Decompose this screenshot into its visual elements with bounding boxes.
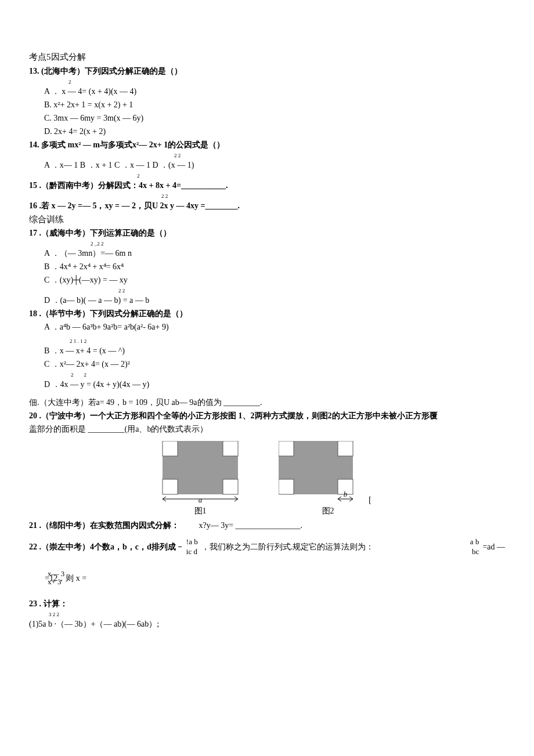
fig2-bracket: [ xyxy=(369,495,371,504)
figure-1: a 图1 xyxy=(157,441,244,517)
q18-b-sup: 2 1 . 1 2 xyxy=(44,338,505,343)
fig2-label-b: b xyxy=(344,490,348,498)
q21-expr: x?y— 3y= ________________. xyxy=(199,521,303,530)
section-5-title: 考点5因式分解 xyxy=(29,50,505,64)
q16-line: 16 .若 x — 2y =— 5，xy = — 2，贝U 2x y — 4xy… xyxy=(29,200,505,212)
q15-line: 15 .（黔西南中考）分解因式：4x + 8x + 4=___________. xyxy=(29,179,505,191)
q18-opt-b: B ．x — x+ 4 = (x — ^) xyxy=(44,345,505,357)
fig2-caption: 图2 xyxy=(279,505,377,517)
svg-rect-2 xyxy=(223,441,238,456)
figure-row: a 图1 b [ 图2 xyxy=(29,441,505,517)
q13-opt-d: D. 2x+ 4= 2(x + 2) xyxy=(44,125,505,138)
q17-opt-c: C ．(xy)┼(—xy) = — xy xyxy=(44,274,505,286)
svg-rect-7 xyxy=(279,441,294,456)
svg-rect-1 xyxy=(163,441,178,456)
q18-opt-d: D ．4x — y = (4x + y)(4x — y) xyxy=(44,378,505,390)
q16-sup: 2 2 xyxy=(29,193,505,198)
q21-line: 21 .（绵阳中考）在实数范围内因式分解： x?y— 3y= _________… xyxy=(29,519,505,531)
q17-d-sup: 2 2 xyxy=(44,287,505,293)
svg-rect-4 xyxy=(223,479,238,494)
q13-opt-b: B. x²+ 2x+ 1 = x(x + 2) + 1 xyxy=(44,99,505,111)
q22-after: =ad — xyxy=(482,541,505,553)
q18-stem: 18 .（毕节中考）下列因式分解正确的是（） xyxy=(29,308,505,320)
q18-opt-a: A ．a⁴b — 6a³b+ 9a²b= a²b(a²- 6a+ 9) xyxy=(44,321,505,333)
q14-options: A ．x— 1 B ．x + 1 C ．x — 1 D ．(x — 1) xyxy=(44,159,505,171)
q22-matrix1: !a b ic d xyxy=(184,537,200,557)
q23-sup: 3 2 2 xyxy=(29,611,505,617)
q20-line1: 20 .（宁波中考）一个大正方形和四个全等的小正方形按图 1、2两种方式摆放，则… xyxy=(29,410,505,422)
q17-a-sup: 2 _2 2 xyxy=(44,240,505,246)
figure-2-svg: b [ xyxy=(279,441,377,505)
q13-stem: 13. (北海中考）下列因式分解正确的是（） xyxy=(29,65,505,77)
q22-matrix2: a b bc xyxy=(468,537,482,557)
q19-line: 佃.（大连中考）若a= 49，b = 109，贝U ab— 9a的值为 ____… xyxy=(29,396,505,408)
q17-stem: 17 .（威海中考）下列运算正确的是（） xyxy=(29,227,505,239)
q23-stem: 23 . 计算： xyxy=(29,598,505,610)
q17-opt-d: D ．(a— b)( — a — b) = a — b xyxy=(44,294,505,306)
figure-1-svg: a xyxy=(157,441,244,505)
figure-2: b [ 图2 xyxy=(279,441,377,517)
q20-line2: 盖部分的面积是 _________(用a、b的代数式表示） xyxy=(29,423,505,435)
q18-opt-c: C ．x²— 2x+ 4= (x — 2)² xyxy=(44,358,505,370)
q23-line: (1)5a b ·（— 3b）+（— ab)(— 6ab）; xyxy=(29,618,505,630)
q22-pre: 22 .（崇左中考）4个数a，b，c，d排列成 xyxy=(29,541,176,553)
fig1-caption: 图1 xyxy=(157,505,244,517)
q15-sup: 2 xyxy=(29,172,505,178)
q14-sup: 2 2 xyxy=(44,152,505,158)
q22-gap xyxy=(178,547,182,547)
q22-eq: x— 3 x+ 3 =12，则 x = xyxy=(29,567,505,587)
q17-opt-b: B ．4x⁴ + 2x⁴ + x⁴= 6x⁴ xyxy=(44,261,505,273)
q18-d-sup: 2 2 xyxy=(44,371,505,377)
section-zh-title: 综合训练 xyxy=(29,213,505,226)
q13-a-sup: 2 xyxy=(44,78,505,84)
svg-rect-8 xyxy=(338,441,353,456)
q21-pre: 21 .（绵阳中考）在实数范围内因式分解： xyxy=(29,521,179,530)
q22-mid: ，我们称之为二阶行列式.规定它的运算法则为： xyxy=(201,541,374,553)
q14-stem: 14. 多项式 mx² — m与多项式x²— 2x+ 1的公因式是（） xyxy=(29,139,505,151)
q22-eq-rhs: =12，则 x = xyxy=(45,572,86,584)
q13-opt-c: C. 3mx — 6my = 3m(x — 6y) xyxy=(44,112,505,124)
svg-rect-3 xyxy=(163,479,178,494)
fig1-label-a: a xyxy=(199,495,203,504)
q13-opt-a: A ． x — 4= (x + 4)(x — 4) xyxy=(44,85,505,97)
q17-opt-a: A ．（— 3mn）=— 6m n xyxy=(44,247,505,259)
svg-rect-9 xyxy=(279,479,294,494)
q22-line: 22 .（崇左中考）4个数a，b，c，d排列成 !a b ic d ，我们称之为… xyxy=(29,537,505,557)
